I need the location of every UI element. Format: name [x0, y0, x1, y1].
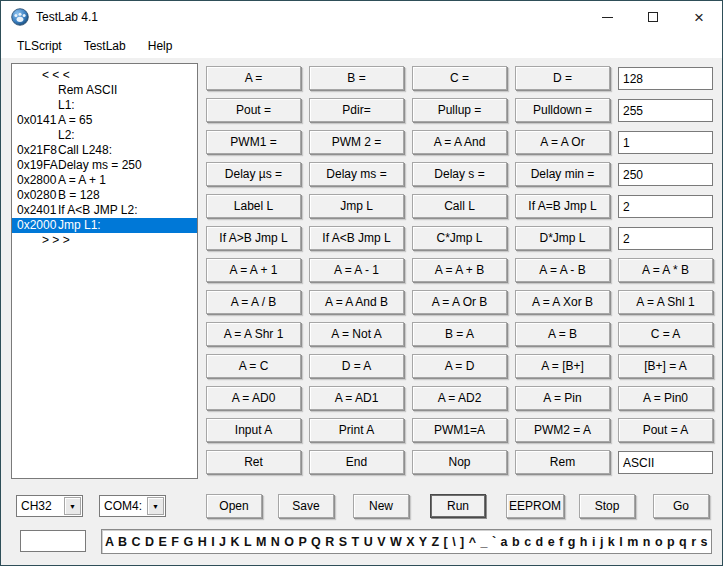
value-field[interactable]: 128: [618, 67, 713, 90]
grid-button-a-a-shl-1[interactable]: A = A Shl 1: [618, 290, 713, 314]
menu-tlscript[interactable]: TLScript: [7, 35, 72, 57]
ascii-output-strip[interactable]: A B C D E F G H I J K L M N O P Q R S T …: [101, 529, 712, 554]
listing-row[interactable]: Rem ASCII: [12, 83, 197, 98]
grid-button-if-a-b-jmp-l[interactable]: If A<B Jmp L: [309, 226, 404, 250]
grid-button-ret[interactable]: Ret: [206, 450, 301, 474]
grid-button-a-a-b[interactable]: A = A + B: [412, 258, 507, 282]
value-field[interactable]: ASCII: [618, 451, 713, 474]
listing-text: Delay ms = 250: [58, 158, 142, 173]
grid-button-delay-s[interactable]: Delay s =: [412, 162, 507, 186]
grid-button-if-a-b-jmp-l[interactable]: If A=B Jmp L: [515, 194, 610, 218]
grid-button-a-a-b[interactable]: A = A * B: [618, 258, 713, 282]
listing-row[interactable]: 0x2800A = A + 1: [12, 173, 197, 188]
chevron-down-icon[interactable]: ▼: [147, 497, 164, 515]
run-button[interactable]: Run: [430, 494, 486, 518]
grid-button-a-ad1[interactable]: A = AD1: [309, 386, 404, 410]
value-field[interactable]: 250: [618, 163, 713, 186]
grid-button-pwm1-a[interactable]: PWM1=A: [412, 418, 507, 442]
grid-button-a-a-xor-b[interactable]: A = A Xor B: [515, 290, 610, 314]
grid-button-a-a-or-b[interactable]: A = A Or B: [412, 290, 507, 314]
grid-button-rem[interactable]: Rem: [515, 450, 610, 474]
grid-button-c-jmp-l[interactable]: C*Jmp L: [412, 226, 507, 250]
grid-button-call-l[interactable]: Call L: [412, 194, 507, 218]
grid-button-pwm2-a[interactable]: PWM2 = A: [515, 418, 610, 442]
grid-button-label-l[interactable]: Label L: [206, 194, 301, 218]
eeprom-button[interactable]: EEPROM: [506, 494, 564, 518]
listing-row[interactable]: L1:: [12, 98, 197, 113]
grid-button-d-jmp-l[interactable]: D*Jmp L: [515, 226, 610, 250]
grid-button-a-pin0[interactable]: A = Pin0: [618, 386, 713, 410]
grid-button-b-a[interactable]: B = A: [412, 322, 507, 346]
value-field[interactable]: 255: [618, 99, 713, 122]
value-field[interactable]: 1: [618, 131, 713, 154]
grid-button-a-a-1[interactable]: A = A + 1: [206, 258, 301, 282]
menu-help[interactable]: Help: [138, 35, 183, 57]
menu-testlab[interactable]: TestLab: [74, 35, 136, 57]
go-button[interactable]: Go: [653, 494, 709, 518]
grid-button-c[interactable]: C =: [412, 66, 507, 90]
app-paw-icon: [11, 8, 29, 26]
grid-button-a-c[interactable]: A = C: [206, 354, 301, 378]
chevron-down-icon[interactable]: ▼: [64, 497, 81, 515]
value-field[interactable]: 2: [618, 227, 713, 250]
grid-button-a-a-b[interactable]: A = A - B: [515, 258, 610, 282]
grid-button-end[interactable]: End: [309, 450, 404, 474]
grid-button-d-a[interactable]: D = A: [309, 354, 404, 378]
listing-row[interactable]: 0x19FADelay ms = 250: [12, 158, 197, 173]
listing-row[interactable]: 0x2000Jmp L1:: [12, 218, 197, 233]
listing-row[interactable]: 0x0141A = 65: [12, 113, 197, 128]
grid-button-print-a[interactable]: Print A: [309, 418, 404, 442]
listing-row[interactable]: < < <: [12, 68, 197, 83]
listing-address: 0x0141: [12, 113, 58, 128]
grid-button-pullup[interactable]: Pullup =: [412, 98, 507, 122]
grid-button-a-a-1[interactable]: A = A - 1: [309, 258, 404, 282]
grid-button-d[interactable]: D =: [515, 66, 610, 90]
maximize-button[interactable]: [630, 1, 676, 33]
grid-button-a-a-and-b[interactable]: A = A And B: [309, 290, 404, 314]
grid-button-if-a-b-jmp-l[interactable]: If A>B Jmp L: [206, 226, 301, 250]
grid-button-b[interactable]: B =: [309, 66, 404, 90]
grid-button-b-a[interactable]: [B+] = A: [618, 354, 713, 378]
grid-button-a-b[interactable]: A = [B+]: [515, 354, 610, 378]
listing-row[interactable]: > > >: [12, 233, 197, 248]
grid-button-a-a-shr-1[interactable]: A = A Shr 1: [206, 322, 301, 346]
program-listing[interactable]: < < <Rem ASCIIL1:0x0141A = 65L2:0x21F8Ca…: [11, 63, 198, 479]
minimize-button[interactable]: [584, 1, 630, 33]
grid-button-input-a[interactable]: Input A: [206, 418, 301, 442]
stop-button[interactable]: Stop: [579, 494, 635, 518]
save-button[interactable]: Save: [278, 494, 334, 518]
new-button[interactable]: New: [353, 494, 409, 518]
grid-button-pdir[interactable]: Pdir=: [309, 98, 404, 122]
open-button[interactable]: Open: [206, 494, 262, 518]
chip-select[interactable]: CH32 ▼: [16, 495, 83, 517]
grid-button-pwm-2[interactable]: PWM 2 =: [309, 130, 404, 154]
grid-button-a-a-b[interactable]: A = A / B: [206, 290, 301, 314]
grid-button-c-a[interactable]: C = A: [618, 322, 713, 346]
grid-button-pout[interactable]: Pout =: [206, 98, 301, 122]
grid-button-pulldown[interactable]: Pulldown =: [515, 98, 610, 122]
com-port-select[interactable]: COM4: ▼: [99, 495, 166, 517]
listing-row[interactable]: L2:: [12, 128, 197, 143]
close-button[interactable]: ×: [676, 1, 722, 33]
grid-button-a-b[interactable]: A = B: [515, 322, 610, 346]
grid-button-a-ad2[interactable]: A = AD2: [412, 386, 507, 410]
grid-button-delay-ms[interactable]: Delay ms =: [309, 162, 404, 186]
value-field[interactable]: 2: [618, 195, 713, 218]
grid-button-a-d[interactable]: A = D: [412, 354, 507, 378]
grid-button-jmp-l[interactable]: Jmp L: [309, 194, 404, 218]
listing-row[interactable]: 0x0280B = 128: [12, 188, 197, 203]
grid-button-a-a-or[interactable]: A = A Or: [515, 130, 610, 154]
listing-row[interactable]: 0x21F8Call L248:: [12, 143, 197, 158]
char-input-field[interactable]: [20, 530, 86, 552]
grid-button-a-a-and[interactable]: A = A And: [412, 130, 507, 154]
grid-button-pwm1[interactable]: PWM1 =: [206, 130, 301, 154]
grid-button-delay-s[interactable]: Delay µs =: [206, 162, 301, 186]
grid-button-a-pin[interactable]: A = Pin: [515, 386, 610, 410]
grid-button-a[interactable]: A =: [206, 66, 301, 90]
grid-button-nop[interactable]: Nop: [412, 450, 507, 474]
grid-button-a-not-a[interactable]: A = Not A: [309, 322, 404, 346]
grid-button-delay-min[interactable]: Delay min =: [515, 162, 610, 186]
listing-row[interactable]: 0x2401If A<B JMP L2:: [12, 203, 197, 218]
grid-button-pout-a[interactable]: Pout = A: [618, 418, 713, 442]
grid-button-a-ad0[interactable]: A = AD0: [206, 386, 301, 410]
